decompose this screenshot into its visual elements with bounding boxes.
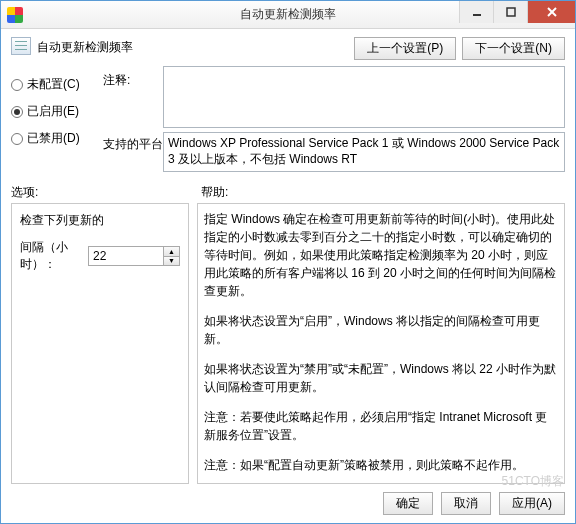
interval-input[interactable]	[89, 247, 163, 265]
apply-button[interactable]: 应用(A)	[499, 492, 565, 515]
radio-label: 已启用(E)	[27, 103, 79, 120]
options-pane: 检查下列更新的 间隔（小时）： ▲ ▼	[11, 203, 189, 484]
spinner-down-icon[interactable]: ▼	[164, 257, 179, 266]
radio-icon	[11, 133, 23, 145]
radio-disabled[interactable]: 已禁用(D)	[11, 130, 99, 147]
radio-enabled[interactable]: 已启用(E)	[11, 103, 99, 120]
policy-icon	[11, 37, 31, 55]
next-setting-button[interactable]: 下一个设置(N)	[462, 37, 565, 60]
svg-rect-1	[507, 8, 515, 16]
interval-label: 间隔（小时）：	[20, 239, 82, 273]
spinner-up-icon[interactable]: ▲	[164, 247, 179, 257]
maximize-button[interactable]	[493, 1, 527, 23]
help-pane[interactable]: 指定 Windows 确定在检查可用更新前等待的时间(小时)。使用此处指定的小时…	[197, 203, 565, 484]
minimize-button[interactable]	[459, 1, 493, 23]
prev-setting-button[interactable]: 上一个设置(P)	[354, 37, 456, 60]
platform-text: Windows XP Professional Service Pack 1 或…	[163, 132, 565, 172]
help-paragraph: 注意：若要使此策略起作用，必须启用“指定 Intranet Microsoft …	[204, 408, 558, 444]
interval-spinner[interactable]: ▲ ▼	[88, 246, 180, 266]
help-paragraph: 注意：如果“配置自动更新”策略被禁用，则此策略不起作用。	[204, 456, 558, 474]
radio-icon	[11, 106, 23, 118]
help-heading: 帮助:	[197, 184, 565, 201]
help-paragraph: 如果将状态设置为“禁用”或“未配置”，Windows 将以 22 小时作为默认间…	[204, 360, 558, 396]
titlebar: 自动更新检测频率	[1, 1, 575, 29]
help-paragraph: 指定 Windows 确定在检查可用更新前等待的时间(小时)。使用此处指定的小时…	[204, 210, 558, 300]
platform-label: 支持的平台:	[103, 132, 159, 153]
radio-label: 已禁用(D)	[27, 130, 80, 147]
comment-textarea[interactable]	[163, 66, 565, 128]
ok-button[interactable]: 确定	[383, 492, 433, 515]
options-heading: 选项:	[11, 184, 197, 201]
check-updates-label: 检查下列更新的	[20, 212, 180, 229]
radio-not-configured[interactable]: 未配置(C)	[11, 76, 99, 93]
close-button[interactable]	[527, 1, 575, 23]
help-paragraph: 如果将状态设置为“启用”，Windows 将以指定的间隔检查可用更新。	[204, 312, 558, 348]
radio-label: 未配置(C)	[27, 76, 80, 93]
comment-label: 注释:	[103, 66, 159, 89]
policy-name: 自动更新检测频率	[37, 35, 133, 56]
cancel-button[interactable]: 取消	[441, 492, 491, 515]
radio-icon	[11, 79, 23, 91]
